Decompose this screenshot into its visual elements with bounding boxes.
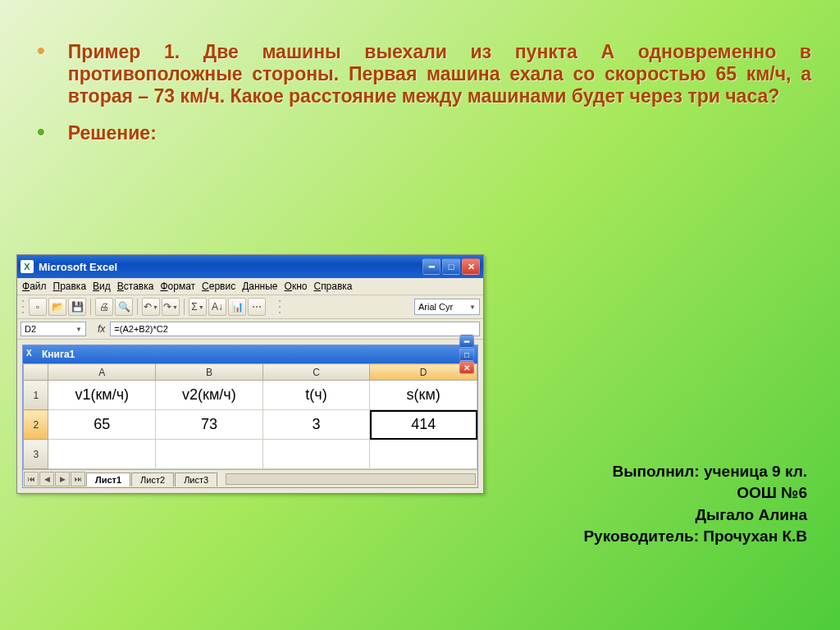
cell[interactable]: v2(км/ч) [156,381,263,410]
excel-icon: X [21,260,34,273]
toolbar-separator [90,299,91,315]
formula-input[interactable]: =(A2+B2)*C2 [110,322,480,336]
app-title: Microsoft Excel [39,261,117,273]
column-header[interactable]: A [48,364,156,381]
cell[interactable] [48,440,156,469]
sort-icon: A↓ [212,301,223,313]
menu-help[interactable]: Справка [313,281,352,292]
close-icon: ✕ [463,363,470,372]
cell[interactable] [370,440,477,469]
cell[interactable]: s(км) [370,381,477,410]
menu-edit[interactable]: Правка [53,281,87,292]
menu-format[interactable]: Формат [160,281,195,292]
sheet-tab[interactable]: Лист2 [131,472,174,486]
menu-view[interactable]: Вид [93,281,111,292]
sheet-tab[interactable]: Лист3 [175,472,217,486]
first-sheet-button[interactable]: ⏮ [24,472,39,486]
maximize-button[interactable]: □ [442,258,460,275]
name-box-value: D2 [25,324,36,334]
credit-line: Выполнил: ученица 9 кл. [583,461,807,483]
row-header[interactable]: 3 [24,440,48,469]
preview-icon: 🔍 [118,301,130,313]
toolbar-handle[interactable] [21,298,25,316]
font-name: Arial Cyr [418,302,453,312]
excel-icon: X [26,349,38,360]
autosum-button[interactable]: Σ▼ [189,298,207,316]
excel-window: X Microsoft Excel ━ □ ✕ Файл Правка Вид … [16,254,484,494]
minimize-icon: ━ [464,337,469,346]
minimize-button[interactable]: ━ [422,258,441,275]
new-icon: ▫ [36,301,39,313]
menu-tools[interactable]: Сервис [202,281,235,292]
chart-icon: 📊 [231,301,244,313]
menu-insert[interactable]: Вставка [117,281,154,292]
dropdown-icon: ▼ [172,304,178,310]
bullet-icon: • [37,122,45,144]
row-header[interactable]: 1 [24,381,48,410]
dropdown-icon: ▼ [75,326,82,333]
chart-button[interactable]: 📊 [228,298,246,316]
prev-sheet-button[interactable]: ◀ [39,472,54,486]
sheet-tab[interactable]: Лист1 [86,472,130,486]
credits-block: Выполнил: ученица 9 кл. ООШ №6 Дыгало Ал… [583,461,807,548]
column-header[interactable]: B [156,364,263,381]
credit-line: Дыгало Алина [583,504,807,527]
menu-file[interactable]: Файл [22,281,47,292]
fx-label[interactable]: fx [98,323,105,335]
close-icon: ✕ [468,262,475,272]
cell[interactable] [262,440,370,469]
app-titlebar: X Microsoft Excel ━ □ ✕ [17,255,483,278]
cell[interactable]: 3 [262,410,370,440]
close-button[interactable]: ✕ [459,361,474,374]
maximize-icon: □ [449,262,454,272]
preview-button[interactable]: 🔍 [115,298,133,316]
credit-line: Руководитель: Прочухан К.В [583,526,807,548]
maximize-button[interactable]: □ [459,348,474,361]
redo-button[interactable]: ↷▼ [162,298,180,316]
solution-label: Решение: [68,122,157,144]
last-sheet-button[interactable]: ⏭ [71,472,85,486]
credit-line: ООШ №6 [583,482,807,504]
cell[interactable]: v1(км/ч) [48,381,156,410]
row-header[interactable]: 2 [24,410,48,440]
cell[interactable]: t(ч) [262,381,370,410]
name-box[interactable]: D2 ▼ [21,322,86,336]
select-all-cell[interactable] [24,364,48,381]
cell[interactable]: 73 [156,410,263,440]
close-button[interactable]: ✕ [462,258,480,275]
open-button[interactable]: 📂 [48,298,66,316]
formula-bar: D2 ▼ fx =(A2+B2)*C2 [17,319,483,340]
problem-text: Пример 1. Две машины выехали из пункта А… [68,41,811,107]
menu-data[interactable]: Данные [242,281,277,292]
undo-button[interactable]: ↶▼ [142,298,160,316]
sheet-tab-bar: ⏮ ◀ ▶ ⏭ Лист1 Лист2 Лист3 [23,469,477,487]
column-header[interactable]: C [262,364,370,381]
workbook-window: X Книга1 ━ □ ✕ A B C D 1 v1(км/ч) [22,345,478,488]
undo-icon: ↶ [144,301,152,313]
minimize-button[interactable]: ━ [459,335,474,348]
new-button[interactable]: ▫ [29,298,47,316]
more-button[interactable]: ⋯ [248,298,266,316]
spreadsheet-grid: A B C D 1 v1(км/ч) v2(км/ч) t(ч) s(км) 2… [23,363,477,469]
horizontal-scrollbar[interactable] [226,473,476,485]
dropdown-icon: ▼ [469,304,476,311]
minimize-icon: ━ [429,262,435,272]
menu-bar: Файл Правка Вид Вставка Формат Сервис Да… [17,278,483,295]
save-button[interactable]: 💾 [68,298,86,316]
toolbar-handle[interactable] [277,298,282,316]
cell[interactable] [156,440,263,469]
print-button[interactable]: 🖨 [95,298,113,316]
dropdown-icon: ▼ [199,304,204,310]
maximize-icon: □ [464,350,469,359]
formula-text: =(A2+B2)*C2 [114,324,167,334]
cell[interactable]: 65 [48,410,156,440]
bullet-icon: • [37,41,45,107]
standard-toolbar: ▫ 📂 💾 🖨 🔍 ↶▼ ↷▼ Σ▼ A↓ 📊 ⋯ Arial Cyr ▼ [17,295,483,319]
print-icon: 🖨 [99,301,109,313]
font-selector[interactable]: Arial Cyr ▼ [414,299,480,315]
cell-active[interactable]: 414 [370,410,477,440]
sort-button[interactable]: A↓ [208,298,226,316]
dropdown-icon: ▼ [153,304,158,310]
next-sheet-button[interactable]: ▶ [55,472,70,486]
menu-window[interactable]: Окно [285,281,308,292]
